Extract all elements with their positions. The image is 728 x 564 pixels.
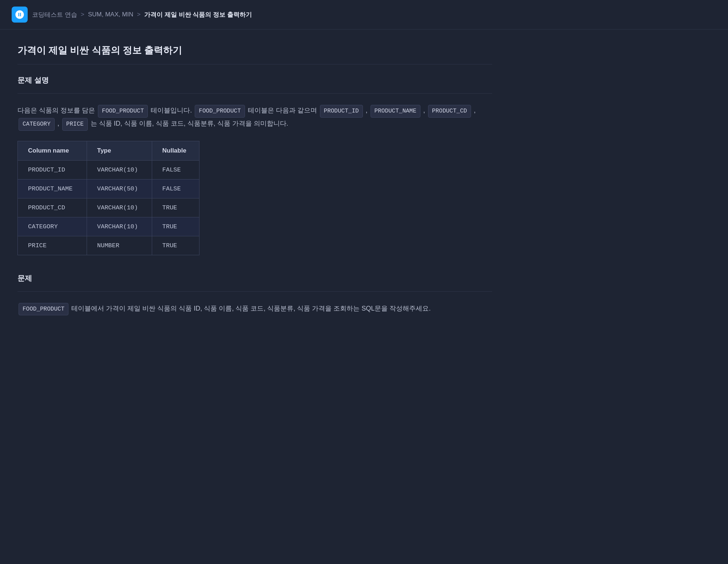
cell-type: VARCHAR(50) bbox=[87, 179, 152, 198]
problem-section: 문제 FOOD_PRODUCT 테이블에서 가격이 제일 비싼 식품의 식품 I… bbox=[17, 273, 492, 316]
code-tag-food-product-1: FOOD_PRODUCT bbox=[98, 105, 148, 118]
page-title: 가격이 제일 비싼 식품의 정보 출력하기 bbox=[17, 44, 492, 64]
cell-type: VARCHAR(10) bbox=[87, 217, 152, 236]
breadcrumb-level2[interactable]: SUM, MAX, MIN bbox=[88, 11, 134, 18]
logo bbox=[12, 7, 28, 23]
breadcrumb-sep1: > bbox=[81, 11, 84, 18]
problem-paragraph: FOOD_PRODUCT 테이블에서 가격이 제일 비싼 식품의 식품 ID, … bbox=[17, 303, 492, 316]
breadcrumb-current: 가격이 제일 비싼 식품의 정보 출력하기 bbox=[144, 11, 252, 19]
cell-type: NUMBER bbox=[87, 236, 152, 255]
code-tag-food-product-2: FOOD_PRODUCT bbox=[195, 105, 245, 118]
code-tag-food-product-problem: FOOD_PRODUCT bbox=[19, 303, 68, 316]
breadcrumb-sep2: > bbox=[137, 11, 141, 18]
problem-section-title: 문제 bbox=[17, 273, 492, 283]
table-row: CATEGORYVARCHAR(10)TRUE bbox=[18, 217, 199, 236]
divider-2 bbox=[17, 291, 492, 292]
cell-column-name: CATEGORY bbox=[18, 217, 87, 236]
table-row: PRODUCT_CDVARCHAR(10)TRUE bbox=[18, 198, 199, 217]
problem-text-content: 테이블에서 가격이 제일 비싼 식품의 식품 ID, 식품 이름, 식품 코드,… bbox=[71, 305, 431, 312]
table-container: Column name Type Nullable PRODUCT_IDVARC… bbox=[17, 141, 492, 255]
schema-table: Column name Type Nullable PRODUCT_IDVARC… bbox=[17, 141, 199, 255]
description-section-title: 문제 설명 bbox=[17, 75, 492, 85]
cell-column-name: PRODUCT_ID bbox=[18, 160, 87, 179]
code-tag-category: CATEGORY bbox=[19, 118, 55, 131]
description-section: 문제 설명 다음은 식품의 정보를 담은 FOOD_PRODUCT 테이블입니다… bbox=[17, 75, 492, 255]
code-tag-product-id: PRODUCT_ID bbox=[320, 105, 363, 118]
cell-column-name: PRODUCT_CD bbox=[18, 198, 87, 217]
desc-text-2: 테이블입니다. bbox=[151, 107, 192, 114]
table-header-nullable: Nullable bbox=[152, 141, 199, 160]
cell-nullable: TRUE bbox=[152, 236, 199, 255]
cell-type: VARCHAR(10) bbox=[87, 198, 152, 217]
cell-nullable: TRUE bbox=[152, 198, 199, 217]
main-content: 가격이 제일 비싼 식품의 정보 출력하기 문제 설명 다음은 식품의 정보를 … bbox=[0, 29, 510, 330]
breadcrumb: 코딩테스트 연습 > SUM, MAX, MIN > 가격이 제일 비싼 식품의… bbox=[32, 11, 252, 19]
header: 코딩테스트 연습 > SUM, MAX, MIN > 가격이 제일 비싼 식품의… bbox=[0, 0, 728, 29]
table-row: PRODUCT_IDVARCHAR(10)FALSE bbox=[18, 160, 199, 179]
table-header-row: Column name Type Nullable bbox=[18, 141, 199, 160]
cell-type: VARCHAR(10) bbox=[87, 160, 152, 179]
code-tag-product-name: PRODUCT_NAME bbox=[371, 105, 420, 118]
desc-text-3: 테이블은 다음과 같으며 bbox=[248, 107, 317, 114]
cell-column-name: PRODUCT_NAME bbox=[18, 179, 87, 198]
cell-nullable: FALSE bbox=[152, 160, 199, 179]
description-paragraph-1: 다음은 식품의 정보를 담은 FOOD_PRODUCT 테이블입니다. FOOD… bbox=[17, 104, 492, 131]
cell-column-name: PRICE bbox=[18, 236, 87, 255]
divider-1 bbox=[17, 93, 492, 94]
code-tag-price: PRICE bbox=[62, 118, 88, 131]
cell-nullable: FALSE bbox=[152, 179, 199, 198]
table-header-type: Type bbox=[87, 141, 152, 160]
cell-nullable: TRUE bbox=[152, 217, 199, 236]
table-row: PRODUCT_NAMEVARCHAR(50)FALSE bbox=[18, 179, 199, 198]
code-tag-product-cd: PRODUCT_CD bbox=[428, 105, 471, 118]
desc-text-4: 는 식품 ID, 식품 이름, 식품 코드, 식품분류, 식품 가격을 의미합니… bbox=[91, 120, 288, 127]
table-header-column-name: Column name bbox=[18, 141, 87, 160]
table-row: PRICENUMBERTRUE bbox=[18, 236, 199, 255]
breadcrumb-level1[interactable]: 코딩테스트 연습 bbox=[32, 11, 77, 19]
desc-text-1: 다음은 식품의 정보를 담은 bbox=[17, 107, 95, 114]
